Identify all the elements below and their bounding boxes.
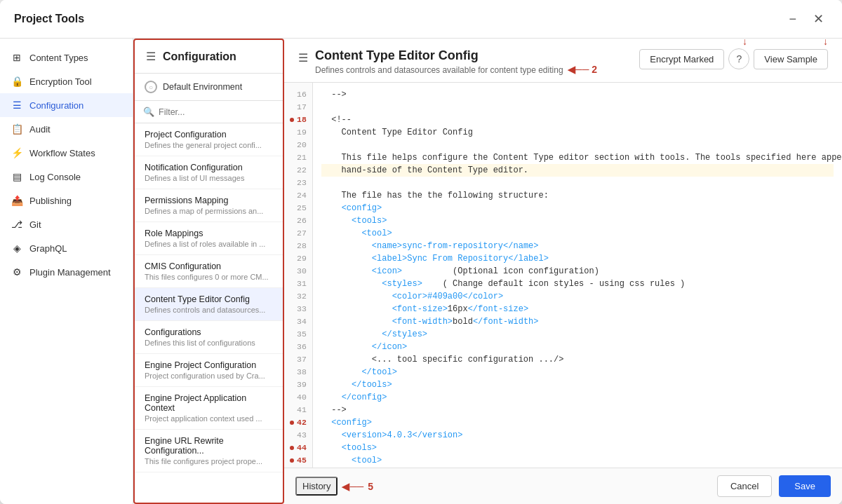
menu-icon: ☰: [11, 100, 22, 111]
config-item-name: Permissions Mapping: [145, 196, 273, 205]
toggle-panel-button[interactable]: ☰: [146, 50, 156, 63]
config-item-name: Notification Configuration: [145, 163, 273, 172]
line-number: 17: [284, 101, 312, 114]
line-number: 40: [284, 391, 312, 404]
code-line: -->: [321, 404, 834, 416]
sidebar-item-encryption-tool[interactable]: 🔒 Encryption Tool: [0, 69, 133, 93]
line-number: 35: [284, 328, 312, 341]
code-line: <tools>: [321, 214, 834, 227]
code-line: -->: [321, 88, 834, 101]
annotation-4-arrow: ↓: [823, 39, 828, 47]
code-line: [321, 101, 834, 114]
code-line: <styles> ( Change default icon styles - …: [321, 278, 834, 290]
encrypt-marked-button[interactable]: Encrypt Marked: [639, 49, 724, 69]
config-item-engine-project-app-context[interactable]: Engine Project Application Context Proje…: [135, 387, 283, 430]
sidebar-item-label: Audit: [29, 124, 51, 135]
annotation-5-label: 5: [368, 481, 373, 492]
save-button[interactable]: Save: [779, 475, 831, 497]
config-item-name: Project Configuration: [145, 130, 273, 139]
config-panel-title: Configuration: [163, 50, 236, 63]
sidebar-item-publishing[interactable]: 📤 Publishing: [0, 189, 133, 212]
config-item-name: Engine Project Configuration: [145, 360, 273, 370]
code-line: </icon>: [321, 341, 834, 353]
git-icon: ⎇: [11, 219, 22, 230]
line-number: 28: [284, 240, 312, 252]
view-sample-button[interactable]: View Sample: [754, 49, 828, 69]
line-number: 25: [284, 202, 312, 214]
annotation-3-arrow: ↓: [742, 39, 747, 47]
sidebar-item-plugin-management[interactable]: ⚙ Plugin Management: [0, 260, 133, 284]
line-number: 22: [284, 164, 312, 177]
sidebar-item-content-types[interactable]: ⊞ Content Types: [0, 46, 133, 69]
config-item-content-type-editor[interactable]: Content Type Editor Config Defines contr…: [135, 288, 283, 321]
config-item-role-mappings[interactable]: Role Mappings Defines a list of roles av…: [135, 222, 283, 255]
line-number: 43: [284, 429, 312, 442]
grid-icon: ⊞: [11, 52, 22, 63]
line-number: 23: [284, 177, 312, 189]
code-line: <... tool specific configuration .../>: [321, 353, 834, 366]
plugin-icon: ⚙: [11, 266, 22, 278]
line-number: 31: [284, 278, 312, 290]
config-item-cmis-config[interactable]: CMIS Configuration This files configures…: [135, 255, 283, 288]
code-line: This file helps configure the Content Ty…: [321, 151, 834, 164]
filter-box: 🔍: [135, 101, 283, 123]
config-item-name: Engine URL Rewrite Configuration...: [145, 436, 273, 456]
code-line: </styles>: [321, 328, 834, 341]
minimize-button[interactable]: −: [784, 10, 801, 28]
code-editor[interactable]: 1617181920212223242526272829303132333435…: [284, 83, 842, 468]
sidebar-item-label: Publishing: [29, 196, 72, 206]
editor-subtitle-row: Defines controls and datasources availab…: [315, 63, 639, 75]
cancel-button[interactable]: Cancel: [717, 475, 772, 497]
line-number: 33: [284, 303, 312, 315]
code-line: </config>: [321, 391, 834, 404]
sidebar-item-audit[interactable]: 📋 Audit: [0, 117, 133, 141]
line-number: 21: [284, 151, 312, 164]
code-line: <name>sync-from-repository</name>: [321, 240, 834, 252]
code-line: <font-size>16px</font-size>: [321, 303, 834, 315]
history-section: History ◀── 5: [295, 477, 373, 496]
code-line: hand-side of the Content Type editor.: [321, 164, 834, 177]
config-panel: ☰ Configuration ○ Default Environment 🔍 …: [133, 39, 284, 504]
editor-actions: 3 4 ↓ ↓ Encrypt Marked ? View Sample: [639, 48, 828, 69]
config-item-configurations[interactable]: Configurations Defines this list of conf…: [135, 321, 283, 354]
code-line: <color>#409a00</color>: [321, 290, 834, 303]
line-number: 19: [284, 126, 312, 139]
search-icon: 🔍: [143, 107, 154, 117]
config-item-engine-project-config[interactable]: Engine Project Configuration Project con…: [135, 354, 283, 387]
filter-input[interactable]: [159, 107, 274, 117]
editor-toggle-button[interactable]: ☰: [298, 51, 308, 64]
sidebar-item-label: Content Types: [29, 53, 88, 63]
project-tools-modal: Project Tools − ✕ ⊞ Content Types 🔒 Encr…: [0, 0, 842, 504]
sidebar-item-workflow-states[interactable]: ⚡ Workflow States: [0, 141, 133, 165]
line-number: 27: [284, 227, 312, 240]
publish-icon: 📤: [11, 195, 22, 206]
console-icon: ▤: [11, 171, 22, 182]
line-number: 32: [284, 290, 312, 303]
close-button[interactable]: ✕: [809, 10, 828, 28]
config-item-project-config[interactable]: Project Configuration Defines the genera…: [135, 123, 283, 156]
config-item-permissions-mapping[interactable]: Permissions Mapping Defines a map of per…: [135, 189, 283, 222]
line-number: 20: [284, 139, 312, 151]
sidebar-item-log-console[interactable]: ▤ Log Console: [0, 165, 133, 189]
sidebar-item-label: Workflow States: [29, 148, 95, 158]
help-button[interactable]: ?: [728, 48, 749, 69]
sidebar-item-label: Git: [29, 219, 41, 230]
sidebar-item-graphql[interactable]: ◈ GraphQL: [0, 236, 133, 260]
code-line: </tool>: [321, 366, 834, 379]
environment-section: ○ Default Environment: [135, 74, 283, 101]
config-item-desc: Defines this list of configurations: [145, 339, 273, 347]
config-panel-header: ☰ Configuration: [135, 40, 283, 74]
line-number: 34: [284, 315, 312, 328]
code-line: <font-width>bold</font-width>: [321, 315, 834, 328]
config-item-desc: Defines controls and datasources...: [145, 306, 273, 314]
code-content[interactable]: --> <!-- Content Type Editor Config This…: [313, 83, 842, 468]
sidebar-item-configuration[interactable]: ☰ Configuration: [0, 93, 133, 117]
environment-label: Default Environment: [163, 82, 242, 92]
config-item-engine-url-rewrite[interactable]: Engine URL Rewrite Configuration... This…: [135, 430, 283, 472]
config-item-notification-config[interactable]: Notification Configuration Defines a lis…: [135, 156, 283, 189]
history-tab[interactable]: History: [295, 477, 338, 496]
sidebar-item-git[interactable]: ⎇ Git: [0, 212, 133, 236]
line-number: 42: [284, 416, 312, 429]
sidebar-item-label: GraphQL: [29, 243, 67, 254]
code-line: <version>4.0.3</version>: [321, 429, 834, 442]
